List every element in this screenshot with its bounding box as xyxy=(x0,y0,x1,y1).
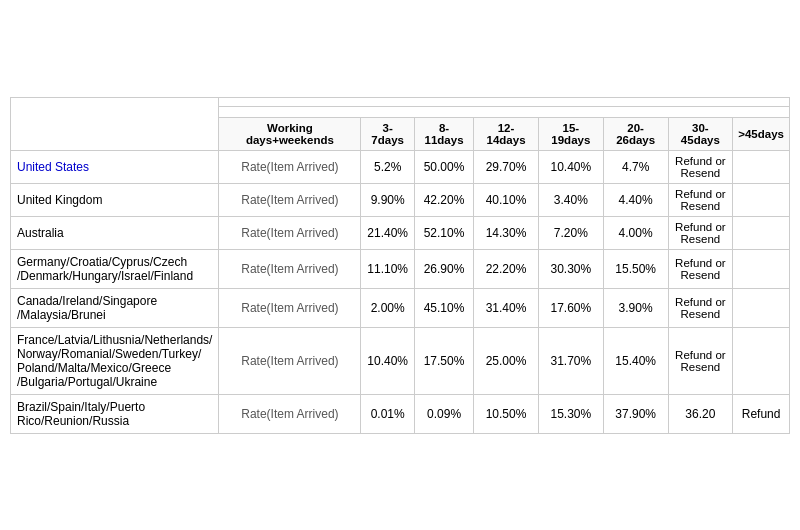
value-cell-5-3: 31.70% xyxy=(538,327,603,394)
rate-cell-1: Rate(Item Arrived) xyxy=(219,183,361,216)
value-cell-3-6 xyxy=(733,249,790,288)
value-cell-1-3: 3.40% xyxy=(538,183,603,216)
note-cell xyxy=(219,106,790,117)
col-12-14: 12-14days xyxy=(474,117,539,150)
value-cell-3-5: Refund orResend xyxy=(668,249,733,288)
country-cell-5: France/Latvia/Lithusnia/Netherlands/Norw… xyxy=(11,327,219,394)
value-cell-4-4: 3.90% xyxy=(603,288,668,327)
value-cell-2-3: 7.20% xyxy=(538,216,603,249)
value-cell-6-0: 0.01% xyxy=(361,394,415,433)
value-cell-1-0: 9.90% xyxy=(361,183,415,216)
value-cell-3-2: 22.20% xyxy=(474,249,539,288)
value-cell-1-2: 40.10% xyxy=(474,183,539,216)
country-cell-0: United States xyxy=(11,150,219,183)
value-cell-4-6 xyxy=(733,288,790,327)
rate-cell-6: Rate(Item Arrived) xyxy=(219,394,361,433)
col-3-7: 3-7days xyxy=(361,117,415,150)
value-cell-5-6 xyxy=(733,327,790,394)
value-cell-0-5: Refund orResend xyxy=(668,150,733,183)
value-cell-3-3: 30.30% xyxy=(538,249,603,288)
col-20-26: 20-26days xyxy=(603,117,668,150)
value-cell-0-4: 4.7% xyxy=(603,150,668,183)
value-cell-3-0: 11.10% xyxy=(361,249,415,288)
col-working: Working days+weekends xyxy=(219,117,361,150)
value-cell-5-1: 17.50% xyxy=(414,327,473,394)
value-cell-0-3: 10.40% xyxy=(538,150,603,183)
value-cell-5-5: Refund orResend xyxy=(668,327,733,394)
value-cell-1-4: 4.40% xyxy=(603,183,668,216)
rate-cell-2: Rate(Item Arrived) xyxy=(219,216,361,249)
value-cell-5-4: 15.40% xyxy=(603,327,668,394)
value-cell-5-0: 10.40% xyxy=(361,327,415,394)
value-cell-5-2: 25.00% xyxy=(474,327,539,394)
value-cell-4-5: Refund orResend xyxy=(668,288,733,327)
value-cell-1-1: 42.20% xyxy=(414,183,473,216)
country-cell-4: Canada/Ireland/Singapore/Malaysia/Brunei xyxy=(11,288,219,327)
value-cell-6-6: Refund xyxy=(733,394,790,433)
country-cell-1: United Kingdom xyxy=(11,183,219,216)
value-cell-2-1: 52.10% xyxy=(414,216,473,249)
value-cell-2-2: 14.30% xyxy=(474,216,539,249)
value-cell-0-6 xyxy=(733,150,790,183)
value-cell-3-1: 26.90% xyxy=(414,249,473,288)
value-cell-6-2: 10.50% xyxy=(474,394,539,433)
value-cell-1-6 xyxy=(733,183,790,216)
rate-cell-5: Rate(Item Arrived) xyxy=(219,327,361,394)
value-cell-2-5: Refund orResend xyxy=(668,216,733,249)
value-cell-4-0: 2.00% xyxy=(361,288,415,327)
value-cell-1-5: Refund orResend xyxy=(668,183,733,216)
value-cell-2-6 xyxy=(733,216,790,249)
country-cell-2: Australia xyxy=(11,216,219,249)
country-cell-3: Germany/Croatia/Cyprus/Czech/Denmark/Hun… xyxy=(11,249,219,288)
value-cell-6-4: 37.90% xyxy=(603,394,668,433)
col-45plus: >45days xyxy=(733,117,790,150)
col-30-45: 30-45days xyxy=(668,117,733,150)
value-cell-6-5: 36.20 xyxy=(668,394,733,433)
delivery-table: Working days+weekends 3-7days 8-11days 1… xyxy=(10,97,790,434)
value-cell-4-3: 17.60% xyxy=(538,288,603,327)
delivery-time-header xyxy=(219,97,790,106)
value-cell-0-2: 29.70% xyxy=(474,150,539,183)
country-cell-6: Brazil/Spain/Italy/PuertoRico/Reunion/Ru… xyxy=(11,394,219,433)
value-cell-3-4: 15.50% xyxy=(603,249,668,288)
value-cell-0-0: 5.2% xyxy=(361,150,415,183)
value-cell-0-1: 50.00% xyxy=(414,150,473,183)
arrival-country-header xyxy=(11,97,219,150)
col-8-11: 8-11days xyxy=(414,117,473,150)
rate-cell-3: Rate(Item Arrived) xyxy=(219,249,361,288)
country-link-0[interactable]: United States xyxy=(17,160,89,174)
value-cell-2-4: 4.00% xyxy=(603,216,668,249)
value-cell-6-3: 15.30% xyxy=(538,394,603,433)
rate-cell-0: Rate(Item Arrived) xyxy=(219,150,361,183)
value-cell-6-1: 0.09% xyxy=(414,394,473,433)
value-cell-2-0: 21.40% xyxy=(361,216,415,249)
value-cell-4-2: 31.40% xyxy=(474,288,539,327)
col-15-19: 15-19days xyxy=(538,117,603,150)
rate-cell-4: Rate(Item Arrived) xyxy=(219,288,361,327)
value-cell-4-1: 45.10% xyxy=(414,288,473,327)
